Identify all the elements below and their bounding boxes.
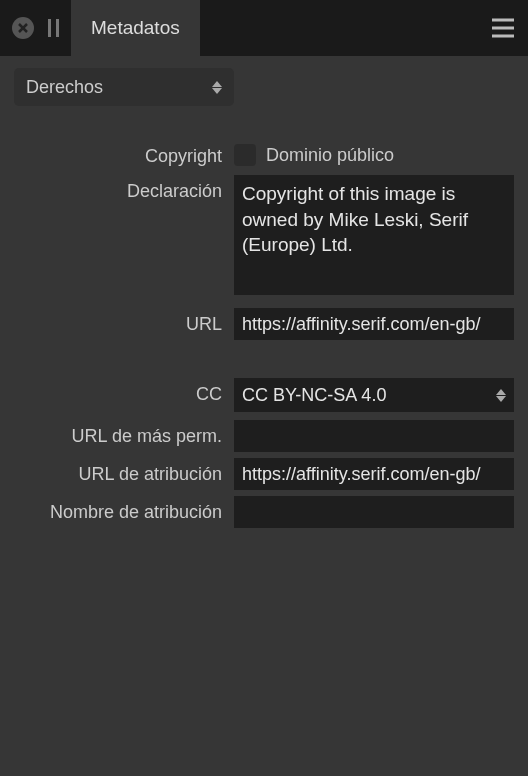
label-more-perm-url: URL de más perm. xyxy=(14,420,234,447)
label-attribution-name: Nombre de atribución xyxy=(14,496,234,523)
label-declaration: Declaración xyxy=(14,175,234,202)
url-input[interactable] xyxy=(234,308,514,340)
attribution-name-input[interactable] xyxy=(234,496,514,528)
public-domain-label: Dominio público xyxy=(266,145,394,166)
rights-form: Copyright Dominio público Declaración UR… xyxy=(14,140,514,528)
attribution-url-input[interactable] xyxy=(234,458,514,490)
cc-select[interactable]: CC BY-NC-SA 4.0 xyxy=(234,378,514,412)
dock-handle-icon[interactable] xyxy=(48,19,59,37)
public-domain-checkbox[interactable] xyxy=(234,144,256,166)
declaration-textarea[interactable] xyxy=(234,175,514,295)
panel-tab-metadata[interactable]: Metadatos xyxy=(71,0,200,56)
label-copyright: Copyright xyxy=(14,140,234,167)
panel-titlebar: Metadatos xyxy=(0,0,528,56)
label-attribution-url: URL de atribución xyxy=(14,458,234,485)
category-select[interactable]: Derechos xyxy=(14,68,234,106)
panel-content: Derechos Copyright Dominio público Decla… xyxy=(0,56,528,776)
close-icon xyxy=(18,23,28,33)
label-url: URL xyxy=(14,308,234,335)
more-perm-url-input[interactable] xyxy=(234,420,514,452)
panel-menu-button[interactable] xyxy=(492,19,514,38)
close-button[interactable] xyxy=(12,17,34,39)
category-select-value: Derechos xyxy=(26,77,103,98)
panel-tab-label: Metadatos xyxy=(91,17,180,39)
stepper-icon xyxy=(496,389,506,402)
hamburger-icon xyxy=(492,19,514,22)
cc-select-value: CC BY-NC-SA 4.0 xyxy=(242,385,386,406)
stepper-icon xyxy=(212,81,222,94)
label-cc: CC xyxy=(14,378,234,405)
